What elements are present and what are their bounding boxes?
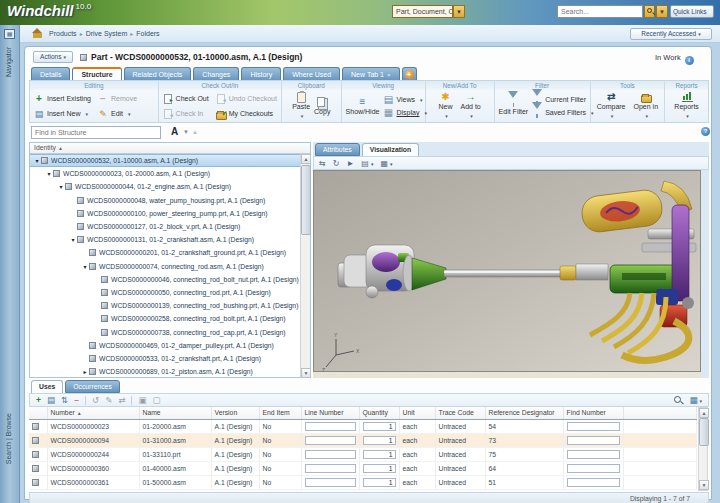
- tree-node-label[interactable]: WCDS0000000201, 01-2_crankshaft_ground.p…: [99, 249, 286, 256]
- tree-node-label[interactable]: WCDS0000000689, 01-2_piston.asm, A.1 (De…: [99, 368, 253, 375]
- model-views-icon[interactable]: ▤: [361, 159, 373, 168]
- scroll-down-icon[interactable]: ▼: [301, 368, 311, 378]
- tree-row[interactable]: ▾WCDS0000000532, 01-10000.asm, A.1 (Desi…: [30, 154, 310, 167]
- paste-button[interactable]: Paste: [292, 92, 310, 120]
- my-checkouts-button[interactable]: My Checkouts: [216, 109, 277, 119]
- quantity-input[interactable]: 1: [363, 422, 396, 431]
- check-out-button[interactable]: Check Out: [163, 94, 209, 104]
- tab-changes[interactable]: Changes: [193, 67, 239, 81]
- edit-button[interactable]: Edit: [98, 109, 137, 119]
- expander-icon[interactable]: ▸: [81, 368, 89, 375]
- paste-row-icon[interactable]: ▢: [153, 395, 161, 405]
- line-number-input[interactable]: [305, 464, 356, 473]
- quantity-input[interactable]: 1: [363, 464, 396, 473]
- table-row-selected[interactable]: WCDS000000009401-31000.asmA.1 (Design)No…: [29, 433, 697, 447]
- tree-row[interactable]: WCDS0000000046, connecting_rod_bolt_nut.…: [30, 273, 310, 286]
- tree-node-label[interactable]: WCDS0000000258, connecting_rod_bolt.prt,…: [111, 315, 286, 322]
- tree-row[interactable]: WCDS0000000201, 01-2_crankshaft_ground.p…: [30, 246, 310, 259]
- tree-row[interactable]: WCDS0000000139, connecting_rod_bushing.p…: [30, 299, 310, 312]
- navigator-panel-icon[interactable]: ▦: [4, 29, 15, 39]
- col-version[interactable]: Version: [211, 407, 259, 419]
- copy-button[interactable]: Copy: [314, 97, 330, 116]
- tab-attributes[interactable]: Attributes: [315, 143, 360, 156]
- search-button[interactable]: [644, 5, 655, 18]
- table-row[interactable]: WCDS000000002301-20000.asmA.1 (Design)No…: [29, 419, 697, 433]
- edit-row-icon[interactable]: ✎: [105, 395, 112, 405]
- add-row-icon[interactable]: +: [36, 395, 41, 405]
- close-tab-icon[interactable]: ×: [387, 72, 391, 78]
- tree-row[interactable]: WCDS0000000533, 01-2_crankshaft.prt, A.1…: [30, 352, 310, 365]
- add-to-button[interactable]: Add to: [460, 92, 480, 120]
- tree-node-label[interactable]: WCDS0000000738, connecting_rod_cap.prt, …: [111, 329, 286, 336]
- home-icon[interactable]: [33, 29, 43, 38]
- find-up-icon[interactable]: ▲: [192, 129, 198, 135]
- tree-node-label[interactable]: WCDS0000000139, connecting_rod_bushing.p…: [111, 302, 298, 309]
- sectioning-icon[interactable]: ▦: [380, 159, 392, 168]
- expander-icon[interactable]: ▾: [57, 183, 65, 190]
- col-quantity[interactable]: Quantity: [359, 407, 399, 419]
- table-row[interactable]: WCDS000000036001-40000.asmA.1 (Design)No…: [29, 461, 697, 475]
- line-number-input[interactable]: [305, 450, 356, 459]
- table-search-icon[interactable]: [674, 396, 683, 405]
- breadcrumb-products[interactable]: Products: [49, 30, 77, 37]
- col-end-item[interactable]: End Item: [259, 407, 301, 419]
- tab-visualization[interactable]: Visualization: [362, 143, 419, 156]
- tab-related-objects[interactable]: Related Objects: [124, 67, 192, 81]
- reports-button[interactable]: Reports: [674, 92, 699, 120]
- tab-history[interactable]: History: [241, 67, 281, 81]
- breadcrumb-folders[interactable]: Folders: [136, 30, 159, 37]
- find-down-icon[interactable]: ▼: [183, 129, 189, 135]
- undo-icon[interactable]: ↺: [92, 395, 99, 405]
- tree-node-label[interactable]: WCDS0000000532, 01-10000.asm, A.1 (Desig…: [51, 157, 198, 164]
- scroll-down-icon[interactable]: ▼: [699, 480, 709, 490]
- remove-row-icon[interactable]: −: [74, 395, 79, 405]
- search-input[interactable]: [557, 5, 643, 18]
- scroll-up-icon[interactable]: ▲: [699, 408, 709, 418]
- tree-row[interactable]: WCDS0000000469, 01-2_damper_pulley.prt, …: [30, 339, 310, 352]
- tab-uses[interactable]: Uses: [31, 380, 63, 393]
- scroll-thumb[interactable]: [301, 165, 311, 235]
- sidebar-search-browse-label[interactable]: Search | Browse: [5, 413, 12, 464]
- col-number[interactable]: Number▲: [47, 407, 139, 419]
- tree-row[interactable]: WCDS0000000050, connecting_rod.prt, A.1 …: [30, 286, 310, 299]
- copy-row-icon[interactable]: ▣: [138, 395, 146, 405]
- line-number-input[interactable]: [305, 422, 356, 431]
- breadcrumb-drive-system[interactable]: Drive System: [86, 30, 128, 37]
- tree-node-label[interactable]: WCDS0000000469, 01-2_damper_pulley.prt, …: [99, 342, 274, 349]
- remove-button[interactable]: Remove: [98, 94, 137, 104]
- tree-row[interactable]: ▸WCDS0000000689, 01-2_piston.asm, A.1 (D…: [30, 365, 310, 378]
- multi-level-icon[interactable]: ⇅: [61, 395, 68, 405]
- find-number-input[interactable]: [567, 478, 620, 487]
- find-number-input[interactable]: [567, 450, 620, 459]
- tree-node-label[interactable]: WCDS0000000048, water_pump_housing.prt, …: [87, 197, 265, 204]
- tab-occurrences[interactable]: Occurrences: [65, 380, 120, 393]
- views-button[interactable]: Views: [383, 95, 426, 105]
- expander-icon[interactable]: ▾: [81, 263, 89, 270]
- scroll-up-icon[interactable]: ▲: [301, 154, 311, 164]
- tab-where-used[interactable]: Where Used: [283, 67, 340, 81]
- find-number-input[interactable]: [567, 422, 620, 431]
- recently-accessed-button[interactable]: Recently Accessed: [630, 28, 712, 40]
- line-number-input[interactable]: [305, 478, 356, 487]
- new-button[interactable]: New: [438, 92, 452, 120]
- tree-node-label[interactable]: WCDS0000000044, 01-2_engine.asm, A.1 (De…: [75, 183, 231, 190]
- col-name[interactable]: Name: [139, 407, 211, 419]
- quantity-input[interactable]: 1: [363, 450, 396, 459]
- tree-column-header[interactable]: Identity▲: [30, 143, 310, 154]
- compare-button[interactable]: Compare: [597, 92, 626, 120]
- find-in-structure-input[interactable]: [31, 126, 161, 139]
- add-tab-button[interactable]: +: [402, 67, 417, 81]
- col-trace-code[interactable]: Trace Code: [435, 407, 485, 419]
- tree-row[interactable]: ▾WCDS0000000044, 01-2_engine.asm, A.1 (D…: [30, 180, 310, 193]
- display-button[interactable]: Display: [383, 108, 426, 118]
- tree-node-label[interactable]: WCDS0000000074, connecting_rod.asm, A.1 …: [99, 263, 264, 270]
- edit-filter-button[interactable]: Edit Filter: [499, 97, 529, 116]
- find-number-input[interactable]: [567, 464, 620, 473]
- tree-row[interactable]: WCDS0000000048, water_pump_housing.prt, …: [30, 194, 310, 207]
- col-reference-designator[interactable]: Reference Designator: [485, 407, 563, 419]
- col-find-number[interactable]: Find Number: [563, 407, 623, 419]
- quantity-input[interactable]: 1: [363, 436, 396, 445]
- insert-new-button[interactable]: Insert New: [34, 109, 91, 119]
- table-scrollbar[interactable]: ▲ ▼: [698, 407, 708, 491]
- tree-row[interactable]: WCDS0000000738, connecting_rod_cap.prt, …: [30, 325, 310, 338]
